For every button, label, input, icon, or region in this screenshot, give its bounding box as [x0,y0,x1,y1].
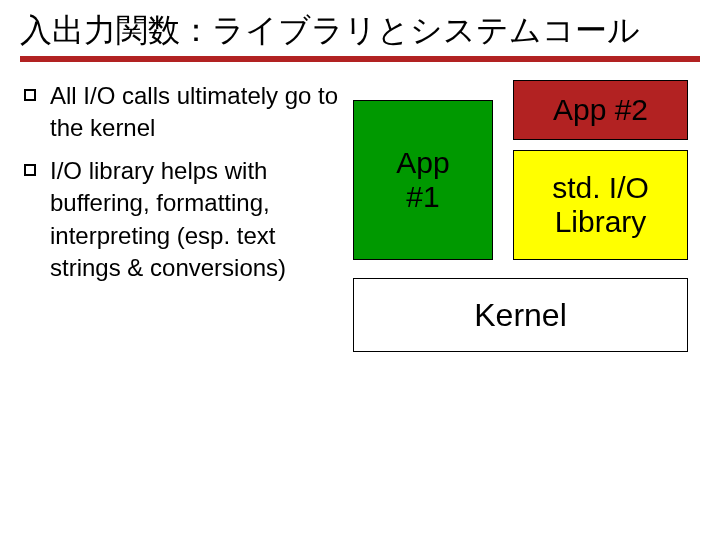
box-kernel-label: Kernel [474,297,567,334]
bullet-marker-icon [24,89,36,101]
box-app1-label: App #1 [396,146,449,215]
bullet-list: All I/O calls ultimately go to the kerne… [20,80,345,390]
bullet-item: I/O library helps with buffering, format… [20,155,345,285]
box-kernel: Kernel [353,278,688,352]
box-stdlib: std. I/O Library [513,150,688,260]
bullet-item: All I/O calls ultimately go to the kerne… [20,80,345,145]
box-app1: App #1 [353,100,493,260]
box-app2: App #2 [513,80,688,140]
box-app2-label: App #2 [553,93,648,128]
bullet-text: All I/O calls ultimately go to the kerne… [50,80,345,145]
slide-title: 入出力関数：ライブラリとシステムコール [20,10,700,50]
title-underline [20,56,700,62]
diagram: App #1 App #2 std. I/O Library Kernel [353,80,688,390]
content-area: All I/O calls ultimately go to the kerne… [20,80,700,390]
bullet-text: I/O library helps with buffering, format… [50,155,345,285]
slide: 入出力関数：ライブラリとシステムコール All I/O calls ultima… [0,0,720,540]
bullet-marker-icon [24,164,36,176]
box-stdlib-label: std. I/O Library [514,171,687,240]
